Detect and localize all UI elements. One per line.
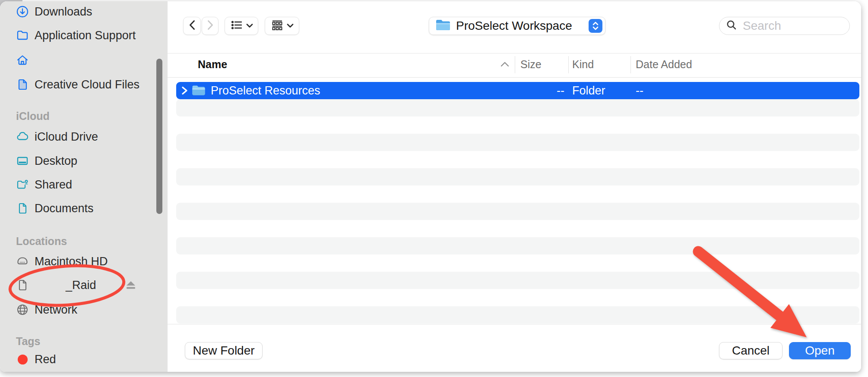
cloud-icon xyxy=(16,130,29,143)
sidebar-item-application-support[interactable]: Application Support xyxy=(0,24,168,47)
sidebar-item-label: Macintosh HD xyxy=(35,255,108,268)
current-folder-popup[interactable]: ProSelect Workspace xyxy=(429,17,605,35)
sidebar-item-creative-cloud-files[interactable]: Creative Cloud Files xyxy=(0,73,168,96)
hard-drive-icon xyxy=(16,255,29,268)
current-folder-label: ProSelect Workspace xyxy=(456,19,589,33)
forward-button[interactable] xyxy=(202,17,219,35)
group-view-button[interactable] xyxy=(265,17,299,35)
file-size: -- xyxy=(513,82,564,99)
back-button[interactable] xyxy=(183,17,201,35)
sidebar-item-label: Network xyxy=(35,303,77,317)
empty-row-stripe xyxy=(176,272,859,289)
document-icon xyxy=(16,279,29,292)
sidebar: Downloads Application Support Creative C… xyxy=(0,1,168,372)
chevron-left-icon xyxy=(188,19,196,32)
empty-row-stripe xyxy=(176,99,859,116)
column-header-name[interactable]: Name xyxy=(198,58,227,71)
sidebar-item-shared[interactable]: Shared xyxy=(0,173,168,196)
sidebar-scrollbar[interactable] xyxy=(156,59,162,214)
red-tag-dot xyxy=(16,353,29,366)
download-circle-icon xyxy=(16,5,29,18)
sidebar-item-tag-red[interactable]: Red xyxy=(0,348,168,371)
column-header-size[interactable]: Size xyxy=(520,58,542,71)
folder-icon xyxy=(16,29,29,42)
sidebar-section-locations: Locations xyxy=(16,235,67,248)
eject-icon[interactable] xyxy=(125,280,136,290)
file-date-added: -- xyxy=(636,82,643,99)
column-header-date-added[interactable]: Date Added xyxy=(636,58,692,71)
globe-icon xyxy=(16,303,29,316)
sidebar-item-network[interactable]: Network xyxy=(0,298,168,321)
sidebar-item-label: Creative Cloud Files xyxy=(35,78,139,91)
sidebar-item-label: Downloads xyxy=(35,5,92,19)
sidebar-item-home[interactable] xyxy=(0,49,168,72)
new-folder-button[interactable]: New Folder xyxy=(185,342,263,359)
document-icon xyxy=(16,202,29,215)
chevron-down-icon xyxy=(246,22,253,30)
column-separator xyxy=(515,56,515,73)
document-icon xyxy=(16,78,29,91)
file-kind: Folder xyxy=(572,82,605,99)
empty-row-stripe xyxy=(176,134,859,151)
sidebar-item-label: iCloud Drive xyxy=(35,130,98,144)
cancel-button[interactable]: Cancel xyxy=(719,342,782,359)
open-dialog: Downloads Application Support Creative C… xyxy=(0,1,861,372)
sidebar-item-label: Documents xyxy=(35,202,94,215)
search-field[interactable] xyxy=(719,17,850,35)
column-separator xyxy=(568,56,569,73)
chevron-up-icon xyxy=(500,61,510,69)
folder-icon xyxy=(192,85,206,96)
file-browser: ProSelect Workspace Name Size Kind Date … xyxy=(168,1,861,372)
empty-row-stripe xyxy=(176,168,859,185)
column-header-kind[interactable]: Kind xyxy=(572,58,594,71)
chevron-right-icon xyxy=(206,19,215,32)
search-icon xyxy=(725,19,738,33)
sidebar-item-label: Red xyxy=(35,353,56,366)
sidebar-item-label: Application Support xyxy=(35,29,136,42)
home-icon xyxy=(16,54,29,67)
sidebar-item-raid[interactable]: _Raid xyxy=(0,274,168,296)
sidebar-item-label: Shared xyxy=(35,178,72,192)
shared-folder-icon xyxy=(16,178,29,191)
sidebar-item-macintosh-hd[interactable]: Macintosh HD xyxy=(0,250,168,273)
sidebar-item-desktop[interactable]: Desktop xyxy=(0,150,168,172)
column-separator xyxy=(630,56,631,73)
empty-row-stripe xyxy=(176,237,859,254)
folder-icon xyxy=(435,19,451,33)
list-view-button[interactable] xyxy=(225,17,258,35)
sidebar-item-documents[interactable]: Documents xyxy=(0,197,168,220)
open-button[interactable]: Open xyxy=(789,342,851,359)
list-view-icon xyxy=(230,19,244,33)
group-view-icon xyxy=(270,19,284,33)
sidebar-item-icloud-drive[interactable]: iCloud Drive xyxy=(0,126,168,148)
empty-row-stripe xyxy=(176,306,859,324)
sidebar-section-tags: Tags xyxy=(16,335,41,348)
popup-stepper-icon[interactable] xyxy=(589,19,602,33)
empty-row-stripe xyxy=(176,203,859,220)
disclosure-chevron-icon[interactable] xyxy=(181,86,188,95)
sidebar-item-label: Desktop xyxy=(35,154,77,168)
file-row-proselect-resources[interactable]: ProSelect Resources -- Folder -- xyxy=(176,82,859,99)
chevron-down-icon xyxy=(287,22,294,30)
search-input[interactable] xyxy=(742,19,839,33)
sidebar-item-downloads[interactable]: Downloads xyxy=(0,1,168,23)
desktop-icon xyxy=(16,154,29,167)
sidebar-section-icloud: iCloud xyxy=(16,110,50,123)
sidebar-item-label: _Raid xyxy=(66,279,96,292)
